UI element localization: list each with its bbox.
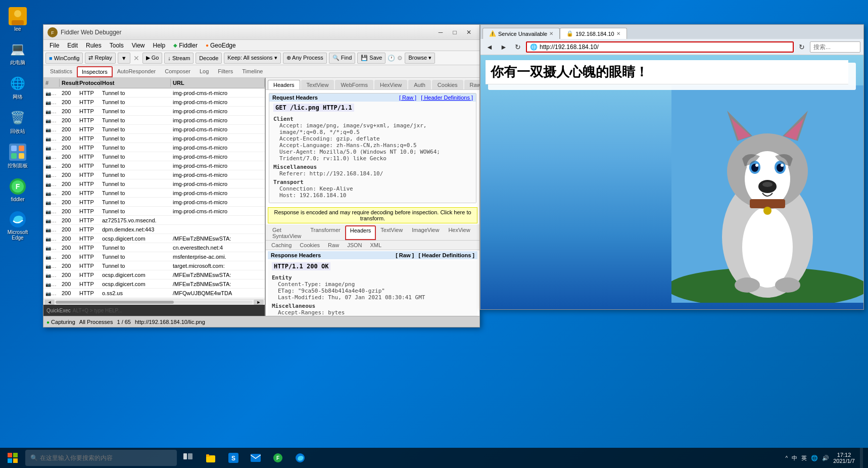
menu-geoedge[interactable]: ● GeoEdge <box>202 41 240 50</box>
show-desktop-button[interactable] <box>860 448 863 468</box>
resp-header-defs-link[interactable]: [ Header Definitions ] <box>418 252 474 258</box>
taskbar-store[interactable]: S <box>224 449 243 467</box>
req-tab-raw[interactable]: Raw <box>464 80 479 89</box>
req-tab-hexview[interactable]: HexView <box>374 80 407 89</box>
table-row[interactable]: 📷 36 200 HTTP Tunnel to img-prod-cms-rt-… <box>43 88 265 98</box>
taskbar-search-area[interactable]: 🔍 <box>25 450 177 466</box>
replay-dropdown[interactable]: ▼ <box>118 53 130 64</box>
maximize-button[interactable]: □ <box>448 27 461 37</box>
menu-view[interactable]: View <box>128 41 149 50</box>
desktop-icon-recycle[interactable]: 🗑️ 回收站 <box>3 107 33 137</box>
winconfig-button[interactable]: ■ WinConfig <box>45 53 83 64</box>
tray-lang2[interactable]: 英 <box>801 454 807 462</box>
table-row[interactable]: 📷 40 200 HTTP Tunnel to img-prod-cms-rt-… <box>43 125 265 134</box>
menu-tools[interactable]: Tools <box>106 41 128 50</box>
resp-sub-caching[interactable]: Caching <box>268 241 295 249</box>
tab-close-ip[interactable]: ✕ <box>616 31 620 36</box>
resp-tab-transformer[interactable]: Transformer <box>306 225 345 240</box>
table-row[interactable]: 📷 53 200 HTTP Tunnel to cn.everesttech.n… <box>43 243 265 252</box>
table-row[interactable]: 📷 51 200 HTTP dpm.demdex.net:443 <box>43 225 265 234</box>
req-tab-auth[interactable]: Auth <box>408 80 431 89</box>
table-row[interactable]: 📷 49 200 HTTP Tunnel to img-prod-cms-rt-… <box>43 207 265 216</box>
quickexec-bar[interactable]: QuickExec ALT+Q > type HELP... <box>43 305 265 316</box>
address-bar[interactable]: 🌐 <box>526 41 794 53</box>
session-table[interactable]: 📷 36 200 HTTP Tunnel to img-prod-cms-rt-… <box>43 88 265 299</box>
table-row[interactable]: 📷 39 200 HTTP Tunnel to img-prod-cms-rt-… <box>43 116 265 125</box>
keep-sessions-button[interactable]: Keep: All sessions ▾ <box>224 53 280 64</box>
decode-notice[interactable]: Response is encoded and may require deco… <box>268 207 477 223</box>
table-row[interactable]: 📷 45 200 HTTP Tunnel to img-prod-cms-rt-… <box>43 170 265 179</box>
task-view-button[interactable] <box>179 449 197 467</box>
req-tab-cookies[interactable]: Cookies <box>432 80 463 89</box>
close-button[interactable]: ✕ <box>462 27 475 37</box>
address-input[interactable] <box>540 43 790 51</box>
replay-button[interactable]: ⇄ Replay <box>85 53 115 64</box>
desktop-icon-network[interactable]: 🌐 网络 <box>3 72 33 103</box>
menu-edit[interactable]: Edit <box>63 41 82 50</box>
tab-inspectors[interactable]: Inspectors <box>77 66 113 77</box>
table-row[interactable]: 📷 37 200 HTTP Tunnel to img-prod-cms-rt-… <box>43 98 265 107</box>
table-row[interactable]: 📷 47 200 HTTP Tunnel to img-prod-cms-rt-… <box>43 189 265 198</box>
table-row[interactable]: 📷 46 200 HTTP Tunnel to img-prod-cms-rt-… <box>43 179 265 189</box>
req-tab-webforms[interactable]: WebForms <box>335 80 373 89</box>
tab-log[interactable]: Log <box>195 66 213 77</box>
table-row[interactable]: 📷 58 200 HTTP o.ss2.us /MFQwUJBQME4wTDA <box>43 289 265 298</box>
menu-file[interactable]: File <box>45 41 63 50</box>
horizontal-scrollbar[interactable]: ◄ ► <box>43 299 265 305</box>
tray-lang[interactable]: 中 <box>792 454 797 462</box>
tray-chevron[interactable]: ^ <box>785 455 788 461</box>
browse-button[interactable]: Browse ▾ <box>405 53 435 64</box>
table-row[interactable]: 📷 43 200 HTTP Tunnel to img-prod-cms-rt-… <box>43 152 265 161</box>
desktop-icon-control[interactable]: 控制面板 <box>3 141 33 171</box>
save-button[interactable]: 💾 Save <box>357 53 385 64</box>
back-button[interactable]: ◄ <box>484 41 496 53</box>
resp-tab-syntaxview[interactable]: Get SyntaxView <box>268 225 306 240</box>
resp-tab-hexview[interactable]: HexView <box>444 225 474 240</box>
resp-sub-cookies[interactable]: Cookies <box>296 241 323 249</box>
desktop-icon-computer[interactable]: 💻 此电脑 <box>3 38 33 68</box>
desktop-icon-lee[interactable]: lee <box>3 5 33 34</box>
minimize-button[interactable]: ─ <box>434 27 447 37</box>
resp-sub-xml[interactable]: XML <box>366 241 385 249</box>
find-button[interactable]: 🔍 Find <box>329 53 355 64</box>
table-row[interactable]: 📷 44 200 HTTP Tunnel to img-prod-cms-rt-… <box>43 161 265 170</box>
desktop-icon-edge[interactable]: Microsoft Edge <box>3 208 33 243</box>
tab-timeline[interactable]: Timeline <box>237 66 267 77</box>
any-process-button[interactable]: ⊕ Any Process <box>283 53 327 64</box>
resp-tab-webview[interactable]: WebView <box>475 225 479 240</box>
resp-raw-link[interactable]: [ Raw ] <box>396 252 414 258</box>
resp-tab-headers[interactable]: Headers <box>345 225 376 240</box>
browser-tab-unavailable[interactable]: ⚠️ Service Unavailable ✕ <box>483 28 560 39</box>
resp-tab-imageview[interactable]: ImageView <box>407 225 444 240</box>
browser-tab-ip[interactable]: 🔒 192.168.184.10 ✕ <box>560 28 626 39</box>
go-button[interactable]: ▶ Go <box>142 53 163 64</box>
search-input[interactable] <box>810 41 860 53</box>
resp-sub-raw[interactable]: Raw <box>324 241 343 249</box>
table-row[interactable]: 📷 50 200 HTTP az725175.vo.msecnd. <box>43 216 265 225</box>
forward-button[interactable]: ► <box>498 41 510 53</box>
refresh-btn2[interactable]: ↻ <box>796 41 808 53</box>
raw-link[interactable]: [ Raw ] <box>399 95 416 101</box>
table-row[interactable]: 📷 57 200 HTTP ocsp.digicert.com /MFEwTzB… <box>43 279 265 289</box>
table-row[interactable]: 📷 56 200 HTTP ocsp.digicert.com /MFEwTzB… <box>43 270 265 279</box>
taskbar-time[interactable]: 17:12 2021/1/7 <box>833 452 855 464</box>
stream-button[interactable]: ↓ Stream <box>164 53 194 64</box>
refresh-button[interactable]: ↻ <box>512 41 524 53</box>
tab-close-unavailable[interactable]: ✕ <box>549 31 553 36</box>
taskbar-fiddler-app[interactable]: F <box>269 449 287 467</box>
menu-help[interactable]: Help <box>149 41 170 50</box>
table-row[interactable]: 📷 52 200 HTTP ocsp.digicert.com /MFEwTzB… <box>43 234 265 243</box>
table-row[interactable]: 📷 55 200 HTTP Tunnel to target.microsoft… <box>43 261 265 270</box>
table-row[interactable]: 📷 48 200 HTTP Tunnel to img-prod-cms-rt-… <box>43 198 265 207</box>
table-row[interactable]: 📷 54 200 HTTP Tunnel to msfenterprise-ac… <box>43 252 265 261</box>
menu-fiddler[interactable]: ◆ Fiddler <box>169 41 202 50</box>
desktop-icon-fiddler[interactable]: F fiddler <box>3 175 33 204</box>
tab-autoresponder[interactable]: AutoResponder <box>113 66 160 77</box>
table-row[interactable]: 📷 42 200 HTTP Tunnel to img-prod-cms-rt-… <box>43 143 265 152</box>
table-row[interactable]: 📷 38 200 HTTP Tunnel to img-prod-cms-rt-… <box>43 107 265 116</box>
header-defs-link[interactable]: [ Header Definitions ] <box>421 95 473 101</box>
tab-composer[interactable]: Composer <box>160 66 195 77</box>
taskbar-file-explorer[interactable] <box>202 449 220 467</box>
fiddler-titlebar[interactable]: F Fiddler Web Debugger ─ □ ✕ <box>43 25 479 40</box>
req-tab-textview[interactable]: TextView <box>301 80 334 89</box>
